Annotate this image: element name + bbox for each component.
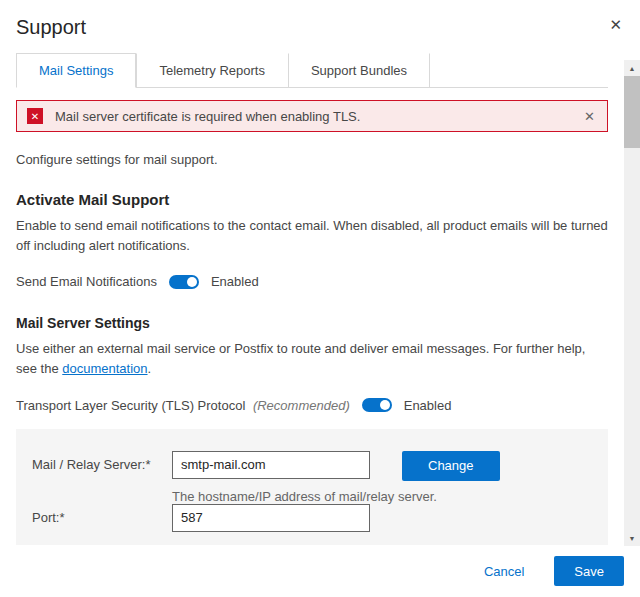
documentation-link[interactable]: documentation (62, 361, 147, 376)
port-row: Port:* (32, 504, 592, 532)
mail-server-description: Use either an external mail service or P… (16, 339, 608, 379)
dialog-header: Support ✕ (0, 0, 640, 39)
tab-label: Support Bundles (311, 63, 407, 78)
error-icon: ✕ (27, 108, 43, 124)
cancel-button[interactable]: Cancel (484, 564, 524, 579)
close-icon[interactable]: ✕ (605, 14, 626, 36)
mail-server-settings-heading: Mail Server Settings (16, 315, 608, 331)
alert-dismiss-icon[interactable]: ✕ (582, 109, 597, 124)
tab-label: Mail Settings (39, 63, 113, 78)
tab-telemetry-reports[interactable]: Telemetry Reports (136, 53, 287, 87)
email-notifications-row: Send Email Notifications Enabled (16, 274, 608, 289)
dialog-body: Configure settings for mail support. Act… (0, 152, 640, 413)
error-alert: ✕ Mail server certificate is required wh… (16, 100, 608, 132)
email-notifications-toggle[interactable] (169, 275, 199, 289)
relay-server-help: The hostname/IP address of mail/relay se… (172, 489, 592, 504)
tls-label: Transport Layer Security (TLS) Protocol … (16, 398, 350, 413)
vertical-scrollbar[interactable]: ▲ ▼ (624, 60, 640, 546)
dialog-title: Support (16, 16, 624, 39)
email-notifications-state: Enabled (211, 274, 259, 289)
email-notifications-label: Send Email Notifications (16, 274, 157, 289)
tab-bar: Mail Settings Telemetry Reports Support … (16, 53, 608, 88)
tab-mail-settings[interactable]: Mail Settings (16, 53, 136, 88)
port-input[interactable] (172, 504, 370, 532)
scroll-down-icon[interactable]: ▼ (624, 530, 640, 546)
relay-server-label: Mail / Relay Server:* (32, 451, 172, 472)
port-label: Port:* (32, 504, 172, 525)
tab-support-bundles[interactable]: Support Bundles (288, 53, 430, 87)
error-message: Mail server certificate is required when… (55, 109, 360, 124)
dialog-footer: Cancel Save (0, 545, 640, 597)
scrollbar-thumb[interactable] (624, 76, 640, 148)
tls-toggle[interactable] (362, 398, 392, 412)
save-button[interactable]: Save (554, 556, 624, 586)
activate-description: Enable to send email notifications to th… (16, 216, 608, 256)
tls-row: Transport Layer Security (TLS) Protocol … (16, 398, 608, 413)
scroll-up-icon[interactable]: ▲ (624, 60, 640, 76)
change-button[interactable]: Change (402, 451, 500, 481)
relay-server-input[interactable] (172, 451, 370, 479)
tls-label-text: Transport Layer Security (TLS) Protocol (16, 398, 245, 413)
tls-recommended-note: (Recommended) (253, 398, 350, 413)
period: . (148, 361, 152, 376)
intro-text: Configure settings for mail support. (16, 152, 608, 167)
tab-label: Telemetry Reports (159, 63, 264, 78)
activate-mail-support-heading: Activate Mail Support (16, 191, 608, 208)
relay-server-row: Mail / Relay Server:* Change (32, 451, 592, 481)
tls-state: Enabled (404, 398, 452, 413)
